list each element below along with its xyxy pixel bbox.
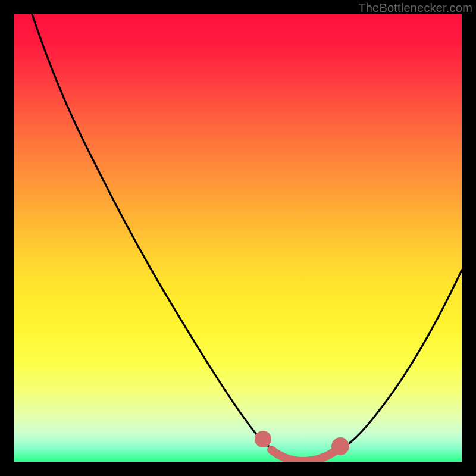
highlight-end-dot-icon — [336, 441, 345, 451]
plot-area — [14, 14, 462, 462]
chart-stage: TheBottlenecker.com — [0, 0, 476, 476]
highlight-dot-icon — [259, 435, 267, 443]
optimal-range-highlight — [259, 435, 345, 461]
highlight-segment-path — [271, 449, 339, 461]
watermark-text: TheBottlenecker.com — [358, 1, 472, 15]
bottleneck-curve-chart — [14, 14, 462, 462]
bottleneck-curve — [32, 14, 462, 461]
bottleneck-curve-path — [32, 14, 462, 461]
